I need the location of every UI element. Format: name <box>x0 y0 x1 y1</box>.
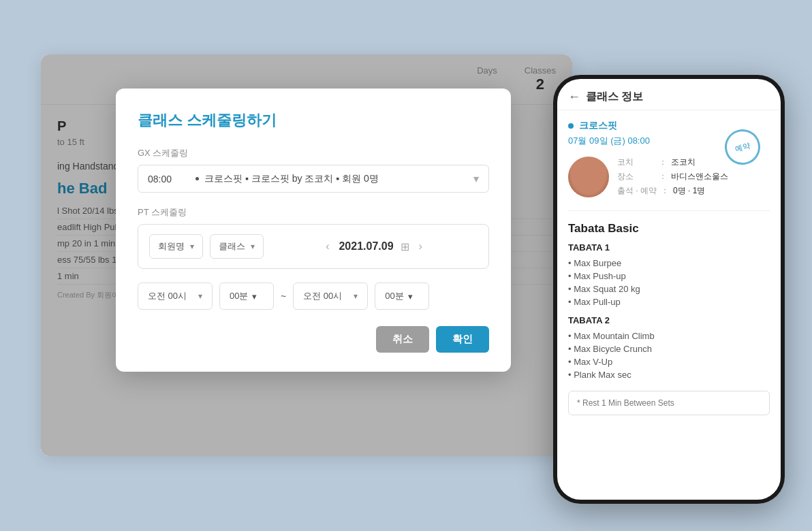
time-from-hour-select[interactable]: 오전 00시 ▾ <box>138 283 213 310</box>
workout-s1-4: • Max Pull-up <box>568 295 770 308</box>
workout-s2-4: • Plank Max sec <box>568 368 770 381</box>
time-to-min-select[interactable]: 00분 ▾ <box>375 283 429 310</box>
gx-dot-separator <box>196 177 199 180</box>
section2-label: TABATA 2 <box>568 315 770 325</box>
workout-title: Tabata Basic <box>568 222 770 236</box>
location-info-row: 장소 ： 바디스앤소울스 <box>617 171 728 182</box>
pt-next-button[interactable]: › <box>416 238 425 255</box>
time-to-hour-select[interactable]: 오전 00시 ▾ <box>293 283 368 310</box>
workout-s1-2: • Max Push-up <box>568 270 770 283</box>
attendance-key: 출석 · 예약 <box>617 185 657 197</box>
to-min-caret: ▾ <box>408 291 413 302</box>
phone-screen: ← 클래스 정보 예약 크로스핏 07월 09일 (금) 08:00 <box>557 79 781 500</box>
workout-s2-2: • Max Bicycle Crunch <box>568 342 770 355</box>
coach-val: 조코치 <box>671 157 696 168</box>
location-key: 장소 <box>617 171 655 182</box>
phone-content: 예약 크로스핏 07월 09일 (금) 08:00 코치 <box>557 110 781 490</box>
coach-avatar <box>568 157 609 197</box>
section2-items: • Max Mountain Climb • Max Bicycle Crunc… <box>568 329 770 381</box>
pt-date: 2021.07.09 <box>339 240 393 253</box>
class-dot-indicator <box>568 123 574 129</box>
pt-section: 회원명 ▾ 클래스 ▾ ‹ 2021.07.09 ⊞ › <box>138 224 489 269</box>
gx-chevron-icon: ▾ <box>473 172 479 185</box>
confirm-button[interactable]: 확인 <box>436 326 489 353</box>
workout-s1-1: • Max Burpee <box>568 257 770 270</box>
gx-time: 08:00 <box>148 174 182 184</box>
gx-dropdown[interactable]: 08:00 크로스핏 ▪ 크로스핏 by 조코치 ▪ 회원 0명 ▾ <box>138 165 489 193</box>
pt-class-select[interactable]: 클래스 ▾ <box>210 234 264 259</box>
pt-date-nav: ‹ 2021.07.09 ⊞ › <box>270 238 478 255</box>
attendance-info-row: 출석 · 예약 ： 0명 · 1명 <box>617 185 728 197</box>
pt-class-caret: ▾ <box>251 242 255 251</box>
workout-s2-3: • Max V-Up <box>568 355 770 368</box>
pt-row: 회원명 ▾ 클래스 ▾ ‹ 2021.07.09 ⊞ › <box>149 234 478 259</box>
schedule-modal: 클래스 스케줄링하기 GX 스케줄링 08:00 크로스핏 ▪ 크로스핏 by … <box>116 88 511 372</box>
phone-header-title: 클래스 정보 <box>586 90 643 104</box>
pt-member-select[interactable]: 회원명 ▾ <box>149 234 203 259</box>
phone-class-info-area: 예약 크로스핏 07월 09일 (금) 08:00 코치 <box>568 120 770 211</box>
location-val: 바디스앤소울스 <box>671 171 728 182</box>
to-hour-caret: ▾ <box>354 291 358 301</box>
cancel-button[interactable]: 취소 <box>376 326 429 353</box>
time-from-min-select[interactable]: 00분 ▾ <box>219 283 274 310</box>
gx-section-label: GX 스케줄링 <box>138 147 489 159</box>
coach-key: 코치 <box>617 157 655 168</box>
avatar-image <box>568 157 609 197</box>
pt-prev-button[interactable]: ‹ <box>323 238 332 255</box>
pt-section-label: PT 스케줄링 <box>138 206 489 219</box>
time-row: 오전 00시 ▾ 00분 ▾ ~ 오전 00시 ▾ 00분 ▾ <box>138 283 489 310</box>
workout-s2-1: • Max Mountain Climb <box>568 329 770 342</box>
modal-buttons: 취소 확인 <box>138 326 489 353</box>
from-min-caret: ▾ <box>252 291 257 302</box>
section1-label: TABATA 1 <box>568 242 770 253</box>
gx-info: 크로스핏 ▪ 크로스핏 by 조코치 ▪ 회원 0명 <box>204 173 473 185</box>
phone-header: ← 클래스 정보 <box>557 79 781 110</box>
calendar-icon[interactable]: ⊞ <box>401 240 409 253</box>
phone-back-button[interactable]: ← <box>568 90 580 104</box>
modal-title: 클래스 스케줄링하기 <box>138 110 489 131</box>
coach-info-table: 코치 ： 조코치 장소 ： 바디스앤소울스 출석 · 예약 ： 0명 · <box>617 157 728 199</box>
phone-note: * Rest 1 Min Between Sets <box>568 391 770 415</box>
mobile-phone: ← 클래스 정보 예약 크로스핏 07월 09일 (금) 08:00 <box>553 75 785 504</box>
attendance-val: 0명 · 1명 <box>673 185 705 197</box>
section1-items: • Max Burpee • Max Push-up • Max Squat 2… <box>568 257 770 308</box>
time-separator: ~ <box>281 291 286 302</box>
from-hour-caret: ▾ <box>198 291 202 301</box>
coach-info-row: 코치 ： 조코치 <box>617 157 728 168</box>
pt-member-caret: ▾ <box>190 242 194 251</box>
workout-s1-3: • Max Squat 20 kg <box>568 283 770 295</box>
